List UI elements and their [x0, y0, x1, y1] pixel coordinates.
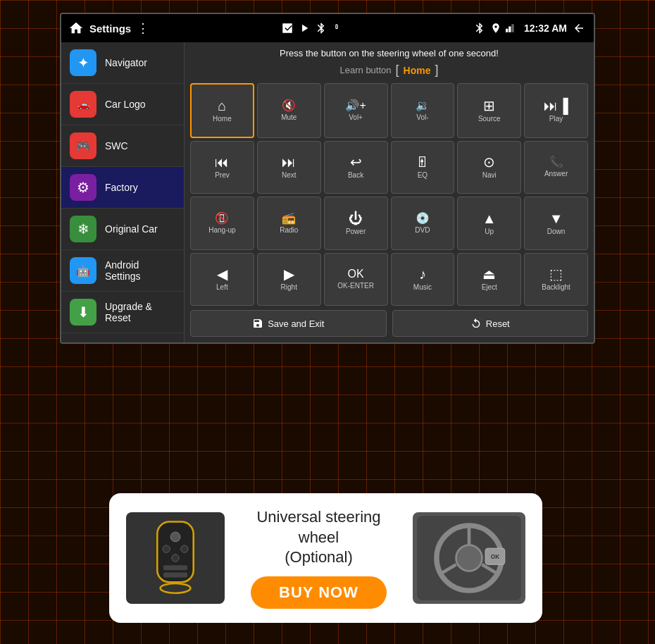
ctrl-btn-source[interactable]: ⊞ Source [457, 83, 521, 138]
android-icon: 🤖 [70, 257, 96, 284]
device-svg [133, 516, 218, 600]
sidebar-item-upgrade[interactable]: ⬇ Upgrade & Reset [61, 292, 184, 333]
sidebar-item-factory[interactable]: ⚙ Factory [61, 167, 184, 209]
ctrl-btn-backlight[interactable]: ⬚ Backlight [524, 253, 588, 306]
bluetooth-status-icon [315, 22, 328, 35]
prev-btn-icon: ⏮ [215, 155, 229, 169]
swc-icon: 🎮 [70, 132, 96, 159]
save-exit-button[interactable]: Save and Exit [190, 310, 387, 337]
action-row: Save and Exit Reset [190, 310, 588, 337]
sidebar-item-navigator[interactable]: ✦ Navigator [61, 42, 184, 84]
factory-icon: ⚙ [70, 174, 96, 201]
ctrl-btn-eq[interactable]: 🎚 EQ [391, 141, 455, 194]
ctrl-btn-volminus[interactable]: 🔉 Vol- [391, 83, 455, 138]
next-btn-icon: ⏭ [282, 155, 296, 169]
buy-now-button[interactable]: BUY NOW [251, 576, 387, 609]
ctrl-btn-eject[interactable]: ⏏ Eject [457, 253, 521, 306]
music-btn-icon: ♪ [419, 267, 426, 281]
home-btn-icon: ⌂ [218, 99, 226, 113]
reset-icon [470, 318, 482, 329]
ctrl-btn-music[interactable]: ♪ Music [391, 253, 455, 306]
answer-btn-label: Answer [544, 170, 568, 178]
wheel-svg: OK [416, 516, 522, 600]
status-bar-center [281, 22, 342, 35]
button-grid: ⌂ Home 🔇 Mute 🔊+ Vol+ 🔉 Vol- ⊞ Sour [190, 83, 588, 306]
backlight-btn-icon: ⬚ [549, 267, 563, 281]
back-btn-icon: ↩ [350, 155, 362, 169]
ctrl-btn-volplus[interactable]: 🔊+ Vol+ [324, 83, 388, 138]
okenter-btn-icon: OK [348, 268, 364, 280]
sidebar-item-carlogo[interactable]: 🚗 Car Logo [61, 84, 184, 125]
eject-btn-icon: ⏏ [482, 267, 496, 281]
svg-marker-2 [511, 24, 513, 32]
ctrl-btn-hangup[interactable]: 📵 Hang-up [190, 197, 254, 250]
backlight-btn-label: Backlight [542, 283, 570, 291]
ctrl-btn-right[interactable]: ▶ Right [257, 253, 321, 306]
sidebar-item-android[interactable]: 🤖 Android Settings [61, 250, 184, 292]
save-icon [252, 318, 263, 329]
power-btn-icon: ⏻ [349, 211, 363, 225]
media-icon [281, 22, 294, 35]
eq-btn-icon: 🎚 [416, 155, 430, 169]
ctrl-btn-left[interactable]: ◀ Left [190, 253, 254, 306]
svg-marker-0 [506, 29, 508, 32]
learn-button-label: Learn button [340, 65, 392, 75]
svg-marker-1 [509, 27, 511, 32]
power-btn-label: Power [346, 228, 366, 235]
bluetooth-icon [473, 22, 486, 35]
mute-btn-label: Mute [281, 113, 297, 121]
ctrl-btn-home[interactable]: ⌂ Home [190, 83, 254, 138]
ctrl-btn-power[interactable]: ⏻ Power [324, 197, 388, 250]
play-btn-label: Play [549, 115, 563, 123]
ctrl-btn-navi[interactable]: ⊙ Navi [457, 141, 521, 194]
music-btn-label: Music [413, 283, 432, 291]
ctrl-btn-play[interactable]: ⏭▐ Play [524, 83, 588, 138]
back-btn-label: Back [348, 171, 363, 179]
location-icon [490, 22, 501, 35]
up-btn-icon: ▲ [482, 211, 497, 225]
ctrl-btn-next[interactable]: ⏭ Next [257, 141, 321, 194]
right-btn-icon: ▶ [284, 267, 294, 281]
promo-device-image [126, 512, 225, 604]
ctrl-btn-back[interactable]: ↩ Back [324, 141, 388, 194]
ctrl-btn-answer[interactable]: 📞 Answer [524, 141, 588, 194]
bracket-right: ] [435, 63, 438, 78]
more-options-icon[interactable]: ⋮ [137, 20, 149, 36]
svg-point-6 [181, 545, 188, 552]
okenter-btn-label: OK-ENTER [337, 282, 374, 290]
upgrade-icon: ⬇ [70, 299, 96, 326]
radio-btn-label: Radio [280, 226, 298, 234]
bracket-left: [ [396, 63, 399, 78]
navi-btn-icon: ⊙ [483, 155, 495, 169]
right-btn-label: Right [281, 283, 297, 291]
reset-button[interactable]: Reset [392, 310, 589, 337]
sidebar-label-factory: Factory [105, 182, 138, 193]
home-icon[interactable] [68, 20, 84, 36]
down-btn-icon: ▼ [549, 211, 563, 225]
microphone-icon [332, 22, 342, 35]
play-icon [298, 22, 311, 35]
hangup-btn-icon: 📵 [215, 213, 229, 224]
ctrl-btn-down[interactable]: ▼ Down [524, 197, 588, 250]
ctrl-btn-radio[interactable]: 📻 Radio [257, 197, 321, 250]
sidebar-item-swc[interactable]: 🎮 SWC [61, 125, 184, 167]
carlogo-icon: 🚗 [70, 91, 96, 118]
ctrl-btn-okenter[interactable]: OK OK-ENTER [324, 253, 388, 306]
navigator-icon: ✦ [70, 49, 96, 76]
svg-point-10 [161, 583, 191, 593]
sidebar-item-originalcar[interactable]: ❄ Original Car [61, 209, 184, 250]
back-icon[interactable] [571, 22, 587, 35]
prev-btn-label: Prev [215, 171, 230, 179]
volplus-btn-icon: 🔊+ [345, 100, 366, 111]
reset-label: Reset [486, 318, 510, 329]
sidebar-label-swc: SWC [105, 140, 128, 151]
navi-btn-label: Navi [482, 171, 497, 179]
svg-point-7 [172, 555, 179, 562]
ctrl-btn-dvd[interactable]: 💿 DVD [391, 197, 455, 250]
ctrl-btn-mute[interactable]: 🔇 Mute [257, 83, 321, 138]
ctrl-btn-up[interactable]: ▲ Up [457, 197, 521, 250]
signal-icon [506, 22, 520, 35]
promo-card: Universal steering wheel(Optional) BUY N… [109, 493, 542, 623]
ctrl-btn-prev[interactable]: ⏮ Prev [190, 141, 254, 194]
status-bar-right: 12:32 AM [473, 22, 587, 35]
